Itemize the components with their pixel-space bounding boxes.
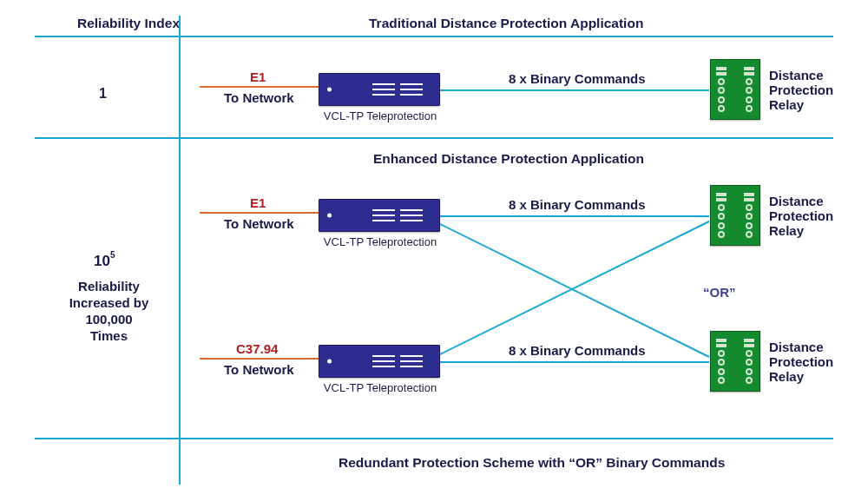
svg-line-3	[440, 221, 709, 354]
footer-caption: Redundant Protection Scheme with “OR” Bi…	[339, 455, 725, 471]
cross-links-svg	[0, 0, 868, 495]
rule-bottom	[35, 438, 833, 439]
svg-line-2	[440, 224, 709, 357]
